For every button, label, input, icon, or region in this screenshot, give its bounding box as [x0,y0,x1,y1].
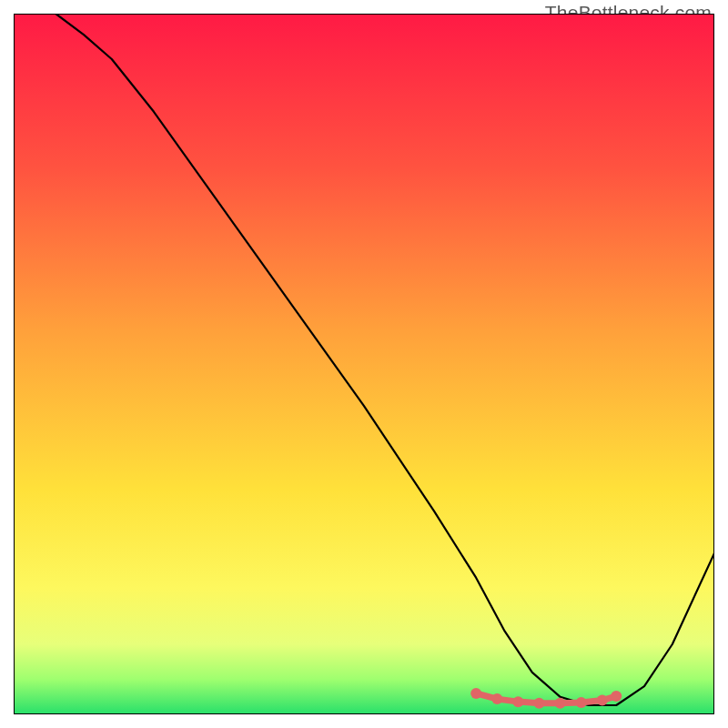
chart-frame [14,14,714,714]
chart-background [14,14,714,714]
bottleneck-curve-chart [14,14,714,714]
